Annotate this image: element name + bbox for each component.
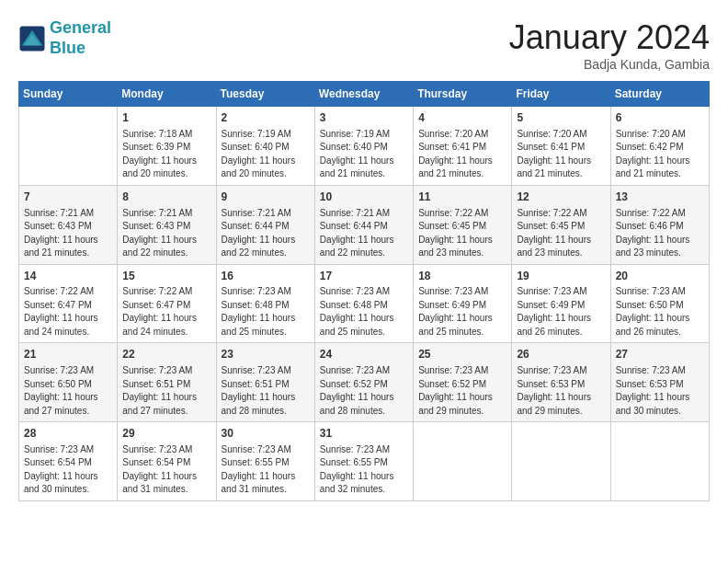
day-number: 18 — [418, 269, 506, 284]
day-info: Sunrise: 7:22 AM Sunset: 6:47 PM Dayligh… — [122, 285, 210, 339]
calendar-cell: 26Sunrise: 7:23 AM Sunset: 6:53 PM Dayli… — [512, 343, 610, 422]
calendar-cell: 24Sunrise: 7:23 AM Sunset: 6:52 PM Dayli… — [314, 343, 413, 422]
day-info: Sunrise: 7:23 AM Sunset: 6:53 PM Dayligh… — [616, 364, 704, 418]
day-info: Sunrise: 7:23 AM Sunset: 6:50 PM Dayligh… — [24, 364, 112, 418]
day-number: 4 — [418, 110, 506, 126]
calendar-cell — [512, 422, 610, 501]
day-number: 29 — [122, 426, 210, 442]
day-info: Sunrise: 7:22 AM Sunset: 6:47 PM Dayligh… — [24, 285, 112, 339]
day-number: 19 — [517, 269, 605, 284]
day-header-friday: Friday — [512, 82, 610, 107]
calendar-cell: 27Sunrise: 7:23 AM Sunset: 6:53 PM Dayli… — [610, 343, 709, 422]
day-info: Sunrise: 7:23 AM Sunset: 6:50 PM Dayligh… — [616, 285, 704, 339]
day-info: Sunrise: 7:23 AM Sunset: 6:55 PM Dayligh… — [320, 443, 408, 497]
calendar-cell: 4Sunrise: 7:20 AM Sunset: 6:41 PM Daylig… — [414, 107, 512, 186]
title-block: January 2024 Badja Kunda, Gambia — [509, 18, 710, 72]
day-header-saturday: Saturday — [610, 82, 709, 107]
day-info: Sunrise: 7:22 AM Sunset: 6:45 PM Dayligh… — [418, 207, 506, 260]
logo-line1: General — [50, 18, 111, 37]
day-number: 2 — [222, 110, 310, 126]
day-info: Sunrise: 7:21 AM Sunset: 6:44 PM Dayligh… — [320, 207, 408, 260]
calendar-cell: 6Sunrise: 7:20 AM Sunset: 6:42 PM Daylig… — [610, 107, 709, 186]
day-info: Sunrise: 7:23 AM Sunset: 6:54 PM Dayligh… — [24, 443, 112, 497]
day-number: 22 — [122, 347, 210, 362]
day-number: 9 — [222, 190, 310, 205]
day-info: Sunrise: 7:23 AM Sunset: 6:54 PM Dayligh… — [122, 443, 210, 497]
week-row-4: 21Sunrise: 7:23 AM Sunset: 6:50 PM Dayli… — [19, 343, 710, 422]
day-number: 15 — [122, 269, 210, 284]
calendar-cell: 19Sunrise: 7:23 AM Sunset: 6:49 PM Dayli… — [512, 264, 610, 343]
day-number: 17 — [320, 269, 408, 284]
calendar-cell: 13Sunrise: 7:22 AM Sunset: 6:46 PM Dayli… — [610, 185, 709, 264]
calendar-cell: 20Sunrise: 7:23 AM Sunset: 6:50 PM Dayli… — [610, 264, 709, 343]
calendar-cell: 16Sunrise: 7:23 AM Sunset: 6:48 PM Dayli… — [216, 264, 314, 343]
month-title: January 2024 — [509, 18, 710, 57]
day-number: 21 — [24, 347, 112, 362]
calendar-cell: 17Sunrise: 7:23 AM Sunset: 6:48 PM Dayli… — [314, 264, 413, 343]
calendar-cell: 31Sunrise: 7:23 AM Sunset: 6:55 PM Dayli… — [314, 422, 413, 501]
day-header-tuesday: Tuesday — [216, 82, 314, 107]
calendar-cell: 7Sunrise: 7:21 AM Sunset: 6:43 PM Daylig… — [19, 185, 118, 264]
day-info: Sunrise: 7:23 AM Sunset: 6:49 PM Dayligh… — [418, 285, 506, 339]
logo-line2: Blue — [50, 39, 85, 57]
calendar-cell — [19, 107, 118, 186]
day-number: 27 — [616, 347, 704, 362]
day-number: 25 — [418, 347, 506, 362]
day-info: Sunrise: 7:22 AM Sunset: 6:46 PM Dayligh… — [616, 207, 704, 260]
calendar-cell: 9Sunrise: 7:21 AM Sunset: 6:44 PM Daylig… — [216, 185, 314, 264]
day-info: Sunrise: 7:21 AM Sunset: 6:44 PM Dayligh… — [222, 207, 310, 260]
calendar-cell: 3Sunrise: 7:19 AM Sunset: 6:40 PM Daylig… — [314, 107, 413, 186]
day-info: Sunrise: 7:19 AM Sunset: 6:40 PM Dayligh… — [222, 128, 310, 181]
day-info: Sunrise: 7:18 AM Sunset: 6:39 PM Dayligh… — [122, 128, 210, 181]
calendar-header-row: SundayMondayTuesdayWednesdayThursdayFrid… — [19, 82, 710, 107]
day-info: Sunrise: 7:20 AM Sunset: 6:41 PM Dayligh… — [418, 128, 506, 181]
calendar-cell: 28Sunrise: 7:23 AM Sunset: 6:54 PM Dayli… — [19, 422, 118, 501]
page-header: General Blue January 2024 Badja Kunda, G… — [18, 18, 710, 72]
day-info: Sunrise: 7:23 AM Sunset: 6:48 PM Dayligh… — [320, 285, 408, 339]
day-number: 23 — [222, 347, 310, 362]
day-header-thursday: Thursday — [414, 82, 512, 107]
day-info: Sunrise: 7:23 AM Sunset: 6:49 PM Dayligh… — [517, 285, 605, 339]
day-number: 1 — [122, 110, 210, 126]
day-number: 13 — [616, 190, 704, 205]
day-info: Sunrise: 7:21 AM Sunset: 6:43 PM Dayligh… — [24, 207, 112, 260]
day-info: Sunrise: 7:23 AM Sunset: 6:52 PM Dayligh… — [320, 364, 408, 418]
day-number: 10 — [320, 190, 408, 205]
day-header-wednesday: Wednesday — [314, 82, 413, 107]
week-row-1: 1Sunrise: 7:18 AM Sunset: 6:39 PM Daylig… — [19, 107, 710, 186]
day-number: 24 — [320, 347, 408, 362]
day-info: Sunrise: 7:23 AM Sunset: 6:53 PM Dayligh… — [517, 364, 605, 418]
calendar-cell: 29Sunrise: 7:23 AM Sunset: 6:54 PM Dayli… — [118, 422, 216, 501]
day-info: Sunrise: 7:19 AM Sunset: 6:40 PM Dayligh… — [320, 128, 408, 181]
day-number: 28 — [24, 426, 112, 442]
calendar-cell — [414, 422, 512, 501]
calendar-cell: 1Sunrise: 7:18 AM Sunset: 6:39 PM Daylig… — [118, 107, 216, 186]
calendar-cell: 30Sunrise: 7:23 AM Sunset: 6:55 PM Dayli… — [216, 422, 314, 501]
day-info: Sunrise: 7:23 AM Sunset: 6:52 PM Dayligh… — [418, 364, 506, 418]
day-number: 31 — [320, 426, 408, 442]
day-number: 6 — [616, 110, 704, 126]
day-info: Sunrise: 7:21 AM Sunset: 6:43 PM Dayligh… — [122, 207, 210, 260]
day-info: Sunrise: 7:22 AM Sunset: 6:45 PM Dayligh… — [517, 207, 605, 260]
calendar-cell: 25Sunrise: 7:23 AM Sunset: 6:52 PM Dayli… — [414, 343, 512, 422]
day-number: 14 — [24, 269, 112, 284]
calendar-cell: 10Sunrise: 7:21 AM Sunset: 6:44 PM Dayli… — [314, 185, 413, 264]
calendar-body: 1Sunrise: 7:18 AM Sunset: 6:39 PM Daylig… — [19, 107, 710, 501]
day-info: Sunrise: 7:23 AM Sunset: 6:51 PM Dayligh… — [122, 364, 210, 418]
calendar-table: SundayMondayTuesdayWednesdayThursdayFrid… — [18, 81, 710, 501]
day-number: 12 — [517, 190, 605, 205]
calendar-cell: 18Sunrise: 7:23 AM Sunset: 6:49 PM Dayli… — [414, 264, 512, 343]
calendar-cell: 5Sunrise: 7:20 AM Sunset: 6:41 PM Daylig… — [512, 107, 610, 186]
day-number: 11 — [418, 190, 506, 205]
logo-icon — [18, 25, 46, 52]
logo-text: General Blue — [50, 18, 111, 58]
calendar-cell: 15Sunrise: 7:22 AM Sunset: 6:47 PM Dayli… — [118, 264, 216, 343]
day-header-sunday: Sunday — [19, 82, 118, 107]
day-number: 20 — [616, 269, 704, 284]
calendar-cell: 14Sunrise: 7:22 AM Sunset: 6:47 PM Dayli… — [19, 264, 118, 343]
calendar-cell: 2Sunrise: 7:19 AM Sunset: 6:40 PM Daylig… — [216, 107, 314, 186]
calendar-cell: 22Sunrise: 7:23 AM Sunset: 6:51 PM Dayli… — [118, 343, 216, 422]
calendar-cell: 12Sunrise: 7:22 AM Sunset: 6:45 PM Dayli… — [512, 185, 610, 264]
week-row-2: 7Sunrise: 7:21 AM Sunset: 6:43 PM Daylig… — [19, 185, 710, 264]
day-number: 5 — [517, 110, 605, 126]
